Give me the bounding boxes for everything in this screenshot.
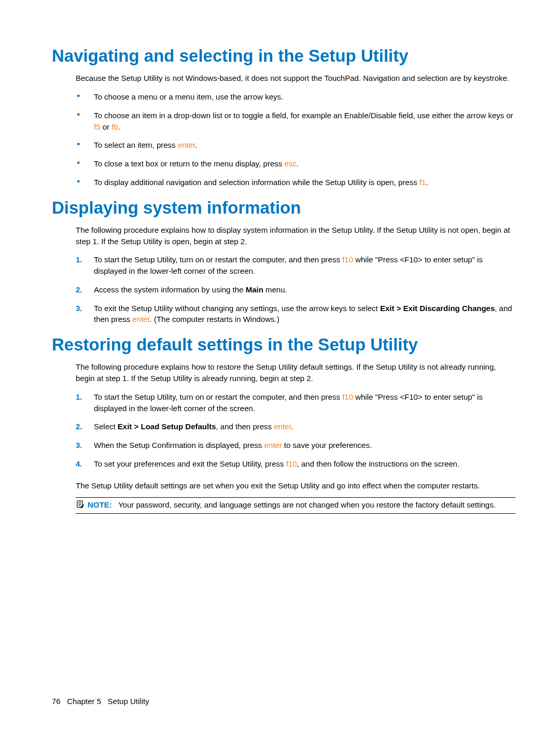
note-box: NOTE: Your password, security, and langu…: [76, 497, 515, 514]
heading-displaying: Displaying system information: [52, 199, 515, 217]
heading-restoring: Restoring default settings in the Setup …: [52, 335, 515, 354]
bullet-item: To choose an item in a drop-down list or…: [76, 110, 515, 133]
chapter-label: Chapter 5: [67, 697, 101, 706]
step-item: To start the Setup Utility, turn on or r…: [76, 254, 515, 277]
heading-navigating: Navigating and selecting in the Setup Ut…: [52, 47, 515, 65]
after-list-restoring: The Setup Utility default settings are s…: [76, 480, 515, 491]
bold-exit-discarding: Exit > Exit Discarding Changes: [380, 304, 495, 313]
text: menu.: [263, 285, 287, 294]
step-item: Select Exit > Load Setup Defaults, and t…: [76, 421, 515, 432]
text: .: [118, 122, 120, 131]
text: Select: [94, 422, 118, 431]
note-icon: [76, 500, 85, 512]
intro-displaying: The following procedure explains how to …: [76, 224, 515, 247]
bullet-item: To close a text box or return to the men…: [76, 158, 515, 170]
key-esc: esc: [284, 159, 296, 168]
text: .: [195, 140, 197, 149]
key-f5: f5: [94, 122, 101, 131]
step-item: When the Setup Confirmation is displayed…: [76, 440, 515, 451]
key-f1: f1: [419, 178, 426, 187]
text: To close a text box or return to the men…: [94, 159, 284, 168]
page-number: 76: [52, 697, 61, 706]
intro-navigating: Because the Setup Utility is not Windows…: [76, 73, 515, 84]
text: To display additional navigation and sel…: [94, 178, 419, 187]
bullet-item: To choose a menu or a menu item, use the…: [76, 91, 515, 103]
key-f6: f6: [111, 122, 118, 131]
text: .: [291, 422, 293, 431]
key-f10: f10: [342, 392, 353, 401]
key-enter: enter: [264, 441, 282, 449]
step-item: To set your preferences and exit the Set…: [76, 458, 515, 470]
key-enter: enter: [274, 422, 291, 431]
text: When the Setup Confirmation is displayed…: [94, 441, 264, 449]
key-f10: f10: [342, 255, 353, 264]
note-label: NOTE:: [88, 500, 112, 509]
note-text: NOTE: Your password, security, and langu…: [88, 499, 515, 511]
text: .: [426, 178, 428, 187]
text: To exit the Setup Utility without changi…: [94, 304, 380, 313]
step-item: To start the Setup Utility, turn on or r…: [76, 391, 515, 414]
bullet-item: To select an item, press enter.: [76, 139, 515, 151]
text: To select an item, press: [94, 140, 178, 149]
bullet-item: To display additional navigation and sel…: [76, 177, 515, 188]
note-body: Your password, security, and language se…: [118, 500, 496, 509]
text: or: [101, 122, 112, 131]
text: . (The computer restarts in Windows.): [150, 315, 279, 324]
text: , and then press: [216, 422, 274, 431]
numbered-list-restoring: To start the Setup Utility, turn on or r…: [76, 391, 515, 470]
numbered-list-displaying: To start the Setup Utility, turn on or r…: [76, 254, 515, 325]
text: to save your preferences.: [282, 441, 372, 449]
chapter-title: Setup Utility: [108, 697, 149, 706]
text: , and then follow the instructions on th…: [297, 459, 460, 468]
page: Navigating and selecting in the Setup Ut…: [0, 0, 560, 745]
text: To start the Setup Utility, turn on or r…: [94, 255, 342, 264]
step-item: To exit the Setup Utility without changi…: [76, 303, 515, 326]
key-f10: f10: [286, 459, 297, 468]
bold-load-defaults: Exit > Load Setup Defaults: [118, 422, 216, 431]
bold-main: Main: [246, 285, 263, 294]
text: To start the Setup Utility, turn on or r…: [94, 392, 342, 401]
key-enter: enter: [178, 140, 195, 149]
step-item: Access the system information by using t…: [76, 284, 515, 296]
text: To set your preferences and exit the Set…: [94, 459, 286, 468]
text: .: [297, 159, 299, 168]
page-footer: 76 Chapter 5 Setup Utility: [52, 697, 149, 706]
bullet-list-navigating: To choose a menu or a menu item, use the…: [76, 91, 515, 188]
text: Access the system information by using t…: [94, 285, 246, 294]
intro-restoring: The following procedure explains how to …: [76, 361, 515, 384]
text: To choose an item in a drop-down list or…: [94, 111, 513, 120]
key-enter: enter: [132, 315, 149, 324]
